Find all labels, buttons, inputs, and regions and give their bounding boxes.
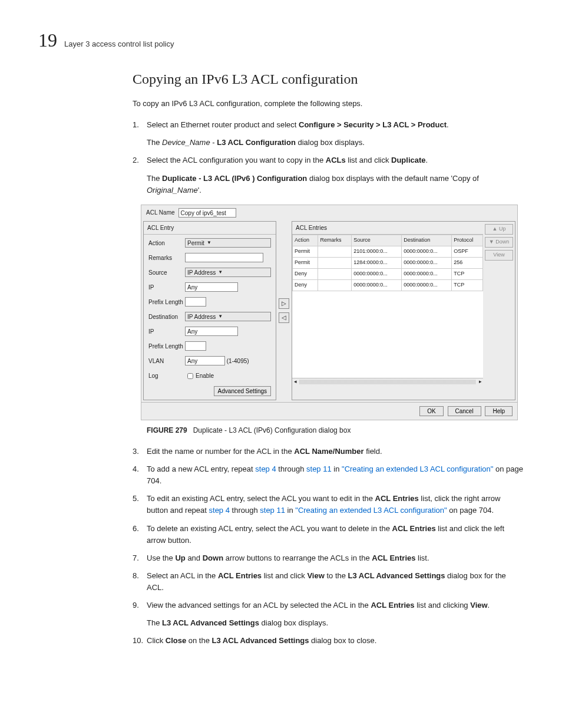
source-ip-input[interactable]: Any (185, 282, 238, 292)
caret-down-icon: ▼ (218, 313, 223, 320)
triangle-left-icon: ◁ (282, 313, 286, 322)
step-7: Use the Up and Down arrow buttons to rea… (133, 552, 524, 564)
down-button[interactable]: ▼ Down (485, 237, 513, 248)
help-button[interactable]: Help (485, 406, 513, 416)
step-9: View the advanced settings for an ACL by… (133, 599, 524, 629)
dest-ip-input[interactable]: Any (185, 327, 238, 336)
scroll-right-icon[interactable]: ▸ (477, 378, 483, 386)
acl-name-label: ACL Name (146, 208, 175, 218)
advanced-settings-button[interactable]: Advanced Settings (214, 386, 271, 396)
step-2: Select the ACL configuration you want to… (133, 154, 524, 436)
cancel-button[interactable]: Cancel (448, 406, 481, 416)
breadcrumb: Layer 3 access control list policy (64, 39, 174, 48)
triangle-down-icon: ▼ (489, 239, 494, 245)
table-row[interactable]: Permit2101:0000:0...0000:0000:0...OSPF (293, 246, 483, 258)
intro-text: To copy an IPv6 L3 ACL configuration, co… (133, 98, 524, 110)
acl-name-input[interactable]: Copy of ipv6_test (178, 208, 236, 218)
link-step11[interactable]: step 11 (306, 465, 332, 473)
acl-entry-panel-title: ACL Entry (144, 222, 276, 235)
link-step11[interactable]: step 11 (260, 506, 285, 515)
step-10: Click Close on the L3 ACL Advanced Setti… (133, 635, 524, 647)
horizontal-scrollbar[interactable]: ◂ ▸ (292, 378, 483, 386)
up-button[interactable]: ▲ Up (485, 224, 513, 235)
step-3: Edit the name or number for the ACL in t… (133, 446, 524, 457)
acl-entries-panel-title: ACL Entries (292, 222, 483, 235)
page-title: Copying an IPv6 L3 ACL configuration (133, 71, 524, 87)
destination-select[interactable]: IP Address▼ (185, 312, 271, 321)
step-5: To edit an existing ACL entry, select th… (133, 493, 524, 516)
move-left-button[interactable]: ◁ (279, 312, 289, 323)
step-8: Select an ACL in the ACL Entries list an… (133, 570, 524, 594)
step-6: To delete an existing ACL entry, select … (133, 523, 524, 546)
triangle-right-icon: ▷ (282, 299, 286, 308)
log-checkbox[interactable] (187, 373, 193, 379)
caret-down-icon: ▼ (207, 239, 211, 246)
action-select[interactable]: Permit▼ (185, 238, 271, 248)
link-step4[interactable]: step 4 (209, 506, 230, 515)
caret-down-icon: ▼ (218, 269, 223, 276)
step-4: To add a new ACL entry, repeat step 4 th… (133, 463, 524, 487)
source-select[interactable]: IP Address▼ (185, 268, 271, 277)
vlan-input[interactable]: Any (185, 356, 225, 365)
step-1: Select an Ethernet router product and se… (133, 119, 524, 149)
view-button[interactable]: View (485, 250, 513, 261)
page-header: 19 Layer 3 access control list policy (38, 29, 524, 51)
table-row[interactable]: Deny0000:0000:0...0000:0000:0...TCP (293, 280, 483, 291)
remarks-input[interactable] (185, 253, 263, 262)
source-prefix-input[interactable] (185, 297, 206, 307)
triangle-up-icon: ▲ (492, 226, 498, 232)
acl-entries-table[interactable]: Action Remarks Source Destination Protoc… (292, 235, 483, 291)
table-row[interactable]: Deny0000:0000:0...0000:0000:0...TCP (293, 269, 483, 280)
link-step4[interactable]: step 4 (255, 465, 276, 473)
dest-prefix-input[interactable] (185, 341, 206, 351)
move-right-button[interactable]: ▷ (279, 298, 289, 309)
scroll-left-icon[interactable]: ◂ (292, 378, 298, 386)
table-row[interactable]: Permit1284:0000:0...0000:0000:0...256 (293, 258, 483, 269)
ok-button[interactable]: OK (419, 406, 443, 416)
link-creating-extended-l3-acl[interactable]: "Creating an extended L3 ACL configurati… (295, 506, 447, 515)
dialog-figure: ACL Name Copy of ipv6_test ACL Entry Act… (141, 205, 518, 420)
chapter-number: 19 (38, 29, 57, 51)
link-creating-extended-l3-acl[interactable]: "Creating an extended L3 ACL configurati… (342, 465, 493, 473)
figure-caption: FIGURE 279Duplicate - L3 ACL (IPv6) Conf… (147, 425, 524, 436)
